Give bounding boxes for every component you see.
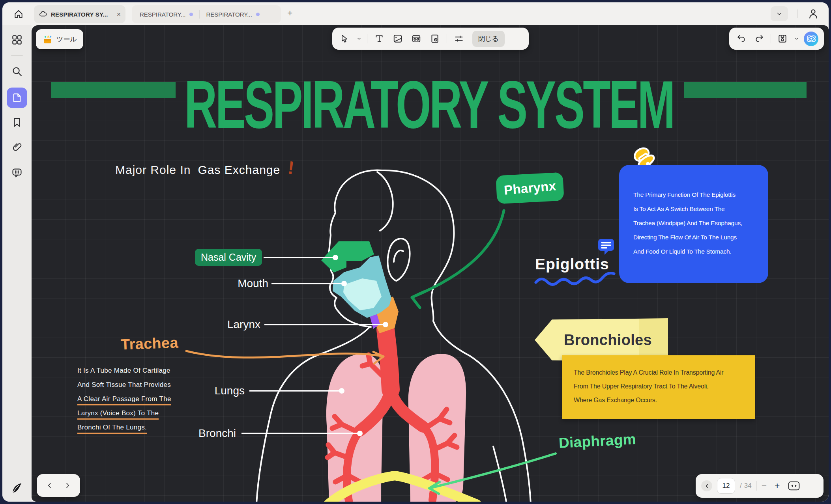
redo-icon bbox=[754, 34, 764, 44]
document-icon bbox=[11, 92, 22, 103]
label-larynx: Larynx bbox=[205, 319, 260, 330]
sidebar-item-search[interactable] bbox=[2, 65, 32, 77]
collapse-pager-button[interactable] bbox=[701, 480, 712, 491]
sidebar-divider bbox=[11, 55, 23, 56]
unsaved-dot bbox=[256, 13, 260, 16]
home-button[interactable] bbox=[11, 7, 26, 22]
home-icon bbox=[13, 9, 24, 19]
close-panel-button[interactable]: 閉じる bbox=[472, 31, 505, 47]
label-epiglottis: Epiglottis bbox=[535, 256, 609, 273]
chevron-down-icon[interactable] bbox=[794, 36, 799, 41]
headline-highlight: Gas Exchange bbox=[195, 163, 283, 177]
titlebar-right bbox=[771, 6, 819, 21]
chevron-left-icon bbox=[704, 483, 709, 489]
image-tool-button[interactable] bbox=[391, 32, 404, 46]
undo-icon bbox=[736, 34, 747, 44]
sidebar bbox=[2, 25, 32, 502]
canvas[interactable]: RESPIRATORY SYSTEM Major Role In Gas Exc… bbox=[32, 25, 829, 502]
tab-label: RESPIRATORY SY... bbox=[51, 11, 108, 18]
text-tool-button[interactable] bbox=[372, 32, 386, 46]
zoom-out-button[interactable]: − bbox=[762, 482, 767, 491]
toolbar-divider bbox=[447, 34, 447, 43]
zoom-in-button[interactable]: + bbox=[775, 482, 780, 491]
epiglottis-note: The Primary Function Of The Epiglottis I… bbox=[619, 165, 768, 283]
search-icon bbox=[11, 65, 23, 77]
undo-button[interactable] bbox=[735, 32, 748, 46]
link-card-icon bbox=[411, 34, 421, 44]
comment-icon bbox=[11, 167, 22, 178]
total-pages: 34 bbox=[744, 482, 752, 490]
text-tool-icon bbox=[374, 34, 384, 44]
save-button[interactable] bbox=[776, 32, 789, 46]
tab-respiratory-1[interactable]: RESPIRATORY SY... × bbox=[34, 5, 125, 23]
tab-respiratory-2[interactable]: RESPIRATORY... bbox=[137, 11, 195, 18]
tab-label: RESPIRATORY... bbox=[206, 11, 252, 18]
select-tool-button[interactable] bbox=[338, 32, 351, 46]
bookmark-icon bbox=[11, 117, 22, 128]
grid-icon bbox=[11, 34, 23, 46]
page-nav bbox=[37, 474, 80, 497]
trachea-note-line: It Is A Tube Made Of Cartilage bbox=[77, 367, 192, 381]
tools-button[interactable]: ツール bbox=[36, 29, 83, 49]
tag-icon bbox=[430, 34, 440, 44]
cursor-icon bbox=[340, 34, 349, 43]
tab-group: RESPIRATORY... RESPIRATORY... bbox=[132, 5, 281, 23]
headline-note: Major Role In Gas Exchange ! bbox=[115, 157, 294, 178]
toolbar-divider bbox=[367, 34, 367, 43]
sliders-icon bbox=[454, 34, 464, 44]
headline-prefix: Major Role In bbox=[115, 163, 191, 177]
right-toolbar bbox=[729, 28, 824, 50]
label-pharynx: Pharynx bbox=[496, 172, 564, 204]
titlebar: RESPIRATORY SY... × RESPIRATORY... RESPI… bbox=[2, 2, 829, 25]
label-lungs: Lungs bbox=[189, 385, 245, 397]
trachea-note-line: A Clear Air Passage From The bbox=[77, 395, 192, 409]
trachea-note: It Is A Tube Made Of Cartilage And Soft … bbox=[77, 367, 192, 438]
sidebar-item-attachments[interactable] bbox=[2, 142, 32, 153]
label-nasal-cavity: Nasal Cavity bbox=[195, 249, 262, 266]
comment-bubble-icon[interactable] bbox=[598, 239, 614, 255]
pager-divider bbox=[756, 481, 757, 491]
close-tab-icon[interactable]: × bbox=[117, 11, 121, 18]
tab-label: RESPIRATORY... bbox=[140, 11, 185, 18]
trachea-note-line: Bronchi Of The Lungs. bbox=[77, 424, 192, 438]
app-logo[interactable] bbox=[2, 481, 32, 495]
title-bar-decoration-right bbox=[684, 82, 807, 98]
center-toolbar: 閉じる bbox=[332, 28, 529, 50]
paperclip-icon bbox=[11, 142, 22, 153]
cloud-icon bbox=[39, 10, 47, 19]
tab-respiratory-3[interactable]: RESPIRATORY... bbox=[204, 11, 262, 18]
new-tab-button[interactable]: + bbox=[287, 9, 292, 18]
chevron-down-icon[interactable] bbox=[356, 36, 362, 41]
image-icon bbox=[393, 34, 403, 44]
unsaved-dot bbox=[189, 13, 193, 16]
label-diaphragm: Diaphragm bbox=[558, 431, 636, 452]
wavy-underline bbox=[536, 273, 614, 284]
settings-sliders-button[interactable] bbox=[452, 32, 466, 46]
redo-button[interactable] bbox=[753, 32, 766, 46]
toolbar-divider bbox=[771, 34, 771, 43]
trachea-note-line: And Soft Tissue That Provides bbox=[77, 381, 192, 395]
window-menu-button[interactable] bbox=[771, 6, 788, 21]
sidebar-item-comments[interactable] bbox=[2, 167, 32, 178]
chevron-down-icon bbox=[776, 10, 783, 17]
fit-width-icon[interactable] bbox=[788, 481, 800, 491]
title-bar-decoration-left bbox=[51, 82, 176, 98]
titlebar-divider bbox=[797, 9, 798, 18]
prev-page-button[interactable] bbox=[46, 482, 54, 489]
sidebar-item-apps[interactable] bbox=[2, 34, 32, 46]
sidebar-item-documents[interactable] bbox=[7, 88, 27, 108]
label-mouth: Mouth bbox=[213, 278, 268, 289]
ai-assistant-button[interactable] bbox=[804, 32, 818, 46]
embed-link-button[interactable] bbox=[410, 32, 423, 46]
ai-icon bbox=[805, 33, 817, 45]
current-page-input[interactable]: 12 bbox=[717, 478, 735, 494]
tag-tool-button[interactable] bbox=[428, 32, 442, 46]
next-page-button[interactable] bbox=[64, 482, 71, 489]
page-separator: / bbox=[740, 482, 742, 490]
page-title: RESPIRATORY SYSTEM bbox=[184, 65, 674, 143]
tab-divider bbox=[199, 10, 200, 19]
save-icon bbox=[777, 34, 788, 44]
user-account-icon[interactable] bbox=[807, 7, 819, 20]
toolbox-icon bbox=[42, 34, 52, 45]
sidebar-item-bookmarks[interactable] bbox=[2, 117, 32, 128]
